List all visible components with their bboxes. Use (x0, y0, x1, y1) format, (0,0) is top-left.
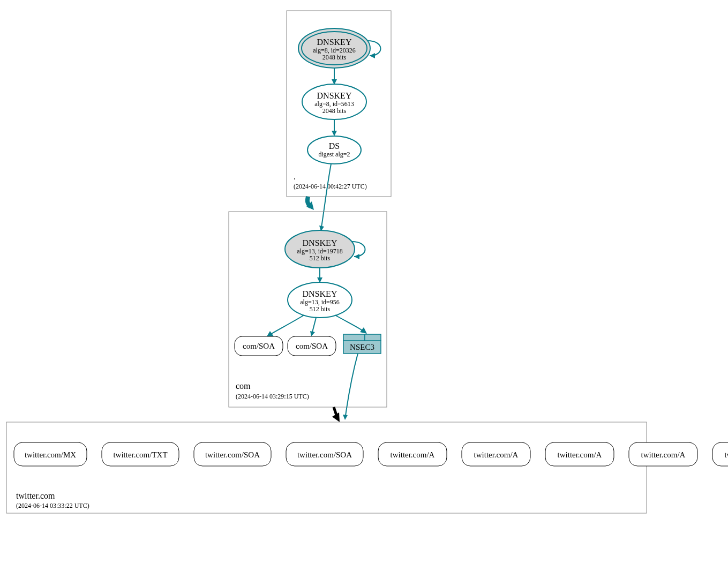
svg-text:com/SOA: com/SOA (296, 342, 328, 350)
svg-text:NSEC3: NSEC3 (350, 343, 374, 351)
twitter-record: twitter.com/MX (14, 442, 87, 466)
edge-com-zsk-nsec3 (335, 315, 363, 331)
twitter-record-label: twitter.com/SOA (205, 450, 260, 459)
root-ds-alg: digest alg=2 (318, 151, 350, 158)
twitter-record: twitter.com/SOA (286, 442, 363, 466)
svg-marker-3 (370, 53, 375, 58)
com-zsk-alg: alg=13, id=956 (300, 298, 340, 306)
root-zsk-alg: alg=8, id=5613 (314, 100, 354, 108)
node-root-ksk: DNSKEY alg=8, id=20326 2048 bits (298, 28, 370, 68)
zone-com: DNSKEY alg=13, id=19718 512 bits DNSKEY … (229, 212, 387, 407)
zone-root: DNSKEY alg=8, id=20326 2048 bits DNSKEY … (287, 11, 391, 197)
twitter-record-label: twitter.com/MX (25, 450, 76, 459)
twitter-records-row: twitter.com/MXtwitter.com/TXTtwitter.com… (14, 442, 728, 466)
zone-root-timestamp: (2024-06-14 00:42:27 UTC) (294, 183, 367, 190)
svg-marker-15 (267, 331, 274, 336)
node-com-ksk: DNSKEY alg=13, id=19718 512 bits (285, 230, 355, 268)
zone-com-name: com (236, 381, 251, 390)
node-com-zsk: DNSKEY alg=13, id=956 512 bits (288, 282, 352, 318)
svg-rect-28 (6, 422, 647, 513)
root-zsk-title: DNSKEY (317, 91, 352, 100)
edge-com-zsk-soa1 (271, 315, 304, 334)
zone-com-timestamp: (2024-06-14 03:29:15 UTC) (236, 393, 309, 400)
root-ksk-title: DNSKEY (317, 37, 352, 47)
twitter-record: twitter.com/A (378, 442, 447, 466)
root-ksk-alg: alg=8, id=20326 (313, 47, 356, 54)
twitter-record-label: twitter.com/NS (724, 450, 728, 459)
twitter-record: twitter.com/A (462, 442, 530, 466)
svg-marker-6 (332, 131, 337, 136)
edge-com-nsec3-to-twitter (346, 354, 358, 416)
com-zsk-bits: 512 bits (310, 305, 331, 313)
zone-twitter-timestamp: (2024-06-14 03:33:22 UTC) (16, 502, 89, 509)
twitter-record: twitter.com/SOA (194, 442, 271, 466)
svg-marker-16 (310, 331, 315, 336)
zone-twitter-name: twitter.com (16, 491, 55, 500)
root-ds-title: DS (329, 141, 340, 151)
node-com-nsec3: NSEC3 (343, 334, 381, 354)
twitter-record: twitter.com/NS (712, 442, 728, 466)
node-com-soa2: com/SOA (288, 336, 336, 356)
svg-marker-17 (360, 327, 367, 334)
root-ksk-bits: 2048 bits (322, 54, 347, 61)
node-root-zsk: DNSKEY alg=8, id=5613 2048 bits (302, 84, 366, 119)
root-zsk-bits: 2048 bits (322, 107, 347, 115)
twitter-record-label: twitter.com/A (391, 450, 435, 459)
node-root-ds: DS digest alg=2 (307, 136, 361, 164)
svg-rect-24 (365, 334, 381, 341)
svg-marker-12 (354, 254, 359, 259)
node-com-soa1: com/SOA (235, 336, 283, 356)
edge-com-zsk-soa2 (312, 318, 316, 332)
zone-twitter: twitter.com/MXtwitter.com/TXTtwitter.com… (6, 422, 728, 513)
com-zsk-title: DNSKEY (303, 289, 337, 298)
com-ksk-alg: alg=13, id=19718 (297, 247, 343, 255)
twitter-record: twitter.com/A (629, 442, 697, 466)
twitter-record: twitter.com/TXT (102, 442, 179, 466)
twitter-record-label: twitter.com/SOA (297, 450, 352, 459)
twitter-record-label: twitter.com/A (641, 450, 686, 459)
edge-root-ds-to-com-ksk (321, 164, 331, 227)
dnssec-auth-graph: DNSKEY alg=8, id=20326 2048 bits DNSKEY … (0, 0, 728, 586)
com-ksk-bits: 512 bits (310, 254, 331, 262)
com-ksk-title: DNSKEY (303, 238, 337, 247)
edge-com-to-twitter-deleg (334, 407, 336, 415)
svg-text:com/SOA: com/SOA (243, 342, 275, 350)
twitter-record-label: twitter.com/A (474, 450, 519, 459)
svg-marker-27 (343, 415, 348, 420)
zone-root-name: . (294, 172, 296, 181)
svg-rect-23 (343, 334, 365, 341)
twitter-record-label: twitter.com/A (558, 450, 602, 459)
twitter-record: twitter.com/A (545, 442, 614, 466)
twitter-record-label: twitter.com/TXT (113, 450, 167, 459)
